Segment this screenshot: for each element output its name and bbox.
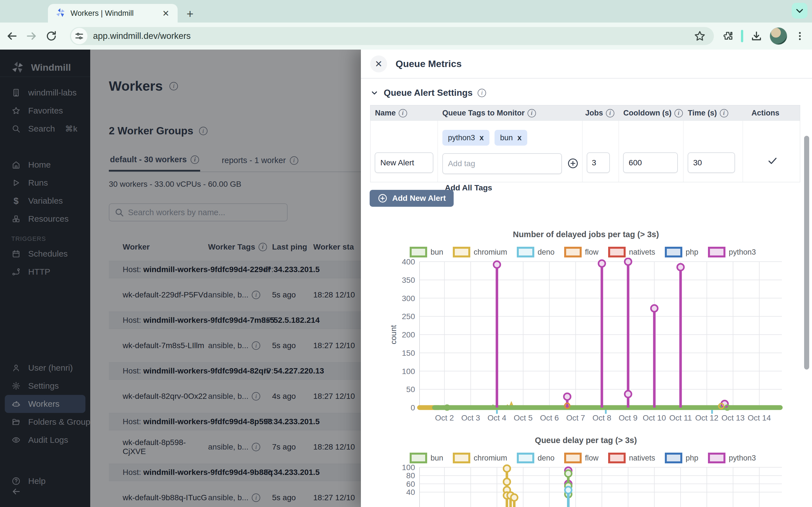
- drawer-scrollbar-thumb[interactable]: [804, 136, 809, 370]
- robot-icon: [11, 399, 21, 409]
- plus-circle-icon: [377, 193, 388, 203]
- tags-info-icon[interactable]: i: [252, 341, 260, 350]
- legend-swatch-nativets[interactable]: [608, 453, 626, 463]
- legend-swatch-chromium[interactable]: [453, 453, 470, 463]
- alert-settings-heading: Queue Alert Settings: [384, 88, 472, 98]
- time-input[interactable]: [688, 152, 735, 173]
- legend-swatch-php[interactable]: [665, 453, 682, 463]
- save-alert-check-icon[interactable]: [767, 155, 778, 168]
- downloads-icon[interactable]: [751, 30, 762, 42]
- jobs-input[interactable]: [587, 152, 610, 173]
- worker-search-input[interactable]: [128, 208, 282, 217]
- collapse-sidebar-arrow-icon[interactable]: [11, 487, 21, 497]
- tab-strip-chevron-button[interactable]: [792, 3, 808, 18]
- forward-button[interactable]: [24, 28, 40, 44]
- sidebar-item-settings[interactable]: Settings: [0, 377, 90, 395]
- jobs-info-icon[interactable]: i: [606, 109, 614, 117]
- sidebar-item-http[interactable]: HTTP: [0, 263, 90, 281]
- worker-group-tab-0[interactable]: default - 30 workersi: [109, 151, 200, 172]
- name-info-icon[interactable]: i: [399, 109, 407, 117]
- remove-tag-icon[interactable]: x: [479, 133, 484, 142]
- url-bar[interactable]: app.windmill.dev/workers: [70, 27, 714, 45]
- alert-settings-info-icon[interactable]: i: [477, 89, 486, 97]
- legend-swatch-flow[interactable]: [564, 453, 581, 463]
- workers-info-icon[interactable]: i: [169, 82, 178, 91]
- new-tab-button[interactable]: +: [183, 7, 197, 21]
- worker-tags-info-icon[interactable]: i: [259, 243, 267, 251]
- worker-search[interactable]: [109, 203, 288, 221]
- sidebar-workspace-windmill-labs[interactable]: windmill-labs: [0, 83, 90, 102]
- legend-swatch-deno[interactable]: [517, 247, 534, 258]
- sidebar-item-label: Search: [28, 124, 55, 133]
- svg-text:250: 250: [402, 312, 415, 321]
- browser-menu-kebab-icon[interactable]: [795, 31, 805, 41]
- sidebar-divider: [0, 76, 90, 77]
- tags-info-icon[interactable]: i: [252, 392, 260, 400]
- cooldown-input[interactable]: [623, 152, 678, 173]
- legend-label-bun: bun: [430, 248, 443, 257]
- tab-info-icon[interactable]: i: [191, 156, 199, 164]
- sidebar-item-label: Favorites: [28, 106, 63, 115]
- add-tag-input[interactable]: [442, 153, 562, 174]
- sidebar-item-workers[interactable]: Workers: [5, 395, 86, 413]
- tag-pill-python3[interactable]: python3x: [442, 130, 490, 146]
- section-chevron-down-icon[interactable]: [370, 89, 378, 97]
- tags-info-icon[interactable]: i: [527, 109, 536, 117]
- reload-button[interactable]: [43, 28, 59, 44]
- svg-text:count: count: [389, 325, 398, 344]
- folder-icon: [11, 417, 21, 427]
- sidebar-item-variables[interactable]: $Variables: [0, 192, 90, 210]
- sidebar-item-folders-groups[interactable]: Folders & Groups...: [0, 413, 90, 431]
- legend-swatch-php[interactable]: [665, 247, 682, 258]
- alert-settings-table: Namei Queue Tags to Monitori Jobsi Coold…: [370, 105, 800, 182]
- legend-swatch-nativets[interactable]: [608, 247, 626, 258]
- sidebar-item-label: Help: [28, 476, 46, 486]
- sidebar-item-favorites[interactable]: Favorites: [0, 102, 90, 120]
- drawer-close-button[interactable]: ✕: [370, 55, 387, 72]
- legend-swatch-python3[interactable]: [708, 453, 725, 463]
- sidebar-item-schedules[interactable]: Schedules: [0, 245, 90, 263]
- sidebar-item-audit-logs[interactable]: Audit Logs: [0, 431, 90, 449]
- sidebar-item-home[interactable]: Home: [0, 156, 90, 174]
- profile-avatar[interactable]: [770, 27, 787, 45]
- alert-name-input[interactable]: [375, 152, 434, 173]
- worker-group-tab-1[interactable]: reports - 1 workeri: [220, 151, 299, 172]
- legend-swatch-chromium[interactable]: [453, 247, 470, 258]
- sidebar-item-resources[interactable]: Resources: [0, 210, 90, 228]
- legend-label-nativets: nativets: [629, 248, 655, 257]
- svg-text:40: 40: [406, 488, 415, 497]
- tag-pill-bun[interactable]: bunx: [495, 130, 527, 146]
- tags-info-icon[interactable]: i: [252, 443, 260, 451]
- url-text[interactable]: app.windmill.dev/workers: [93, 31, 694, 41]
- add-tag-plus-icon[interactable]: [567, 158, 579, 170]
- back-button[interactable]: [4, 28, 20, 44]
- svg-text:Oct 12: Oct 12: [695, 413, 718, 422]
- bookmark-star-icon[interactable]: [694, 30, 706, 42]
- browser-window: Workers | Windmill ✕ + app.windmill.dev/…: [0, 0, 812, 507]
- legend-swatch-bun[interactable]: [410, 247, 427, 258]
- tags-info-icon[interactable]: i: [252, 291, 260, 299]
- svg-text:Oct 6: Oct 6: [540, 413, 559, 422]
- site-settings-icon[interactable]: [71, 28, 87, 44]
- eye-icon: [11, 435, 21, 445]
- extensions-puzzle-icon[interactable]: [722, 30, 733, 42]
- worker-groups-info-icon[interactable]: i: [199, 127, 207, 135]
- legend-swatch-bun[interactable]: [410, 453, 427, 463]
- tab-info-icon[interactable]: i: [290, 156, 298, 165]
- remove-tag-icon[interactable]: x: [517, 133, 522, 142]
- windmill-logo[interactable]: Windmill: [0, 50, 90, 76]
- sidebar-item-search[interactable]: Search⌘k: [0, 120, 90, 138]
- add-new-alert-button[interactable]: Add New Alert: [370, 190, 454, 207]
- browser-tab[interactable]: Workers | Windmill ✕: [48, 4, 177, 22]
- legend-swatch-python3[interactable]: [708, 247, 725, 258]
- legend-swatch-deno[interactable]: [517, 453, 534, 463]
- cooldown-info-icon[interactable]: i: [674, 109, 683, 117]
- time-info-icon[interactable]: i: [720, 109, 728, 117]
- legend-label-deno: deno: [538, 248, 555, 257]
- sidebar-item-runs[interactable]: Runs: [0, 174, 90, 192]
- tab-close-icon[interactable]: ✕: [161, 8, 171, 18]
- svg-text:350: 350: [402, 276, 415, 284]
- tags-info-icon[interactable]: i: [252, 494, 260, 502]
- legend-swatch-flow[interactable]: [564, 247, 581, 258]
- sidebar-item-user-henri[interactable]: User (henri): [0, 359, 90, 377]
